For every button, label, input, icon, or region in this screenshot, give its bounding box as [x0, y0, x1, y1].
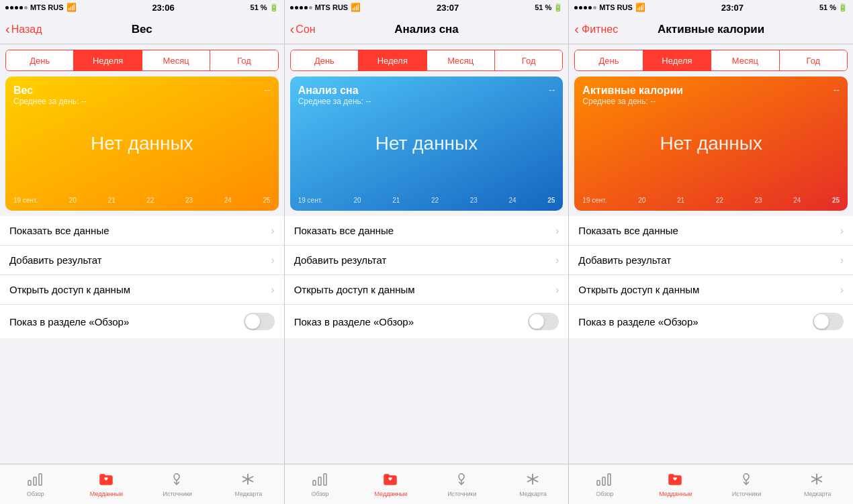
- chart-card: Активные калории Среднее за день: -- -- …: [574, 77, 848, 211]
- axis-label: 21: [392, 197, 400, 204]
- list-item[interactable]: Открыть доступ к данным›: [0, 275, 284, 305]
- segment-btn-день[interactable]: День: [6, 50, 74, 70]
- svg-rect-16: [608, 474, 611, 485]
- list-item[interactable]: Показать все данные›: [0, 216, 284, 246]
- segment-btn-неделя[interactable]: Неделя: [74, 50, 142, 70]
- tab-item-медкарта[interactable]: Медкарта: [498, 464, 569, 504]
- list-item-right: [244, 313, 275, 330]
- screen-2: MTS RUS 📶 23:07 51 % 🔋 ‹ Сон Анализ сна …: [285, 0, 570, 504]
- chart-no-data: Нет данных: [375, 133, 478, 154]
- download-heart-icon: [169, 471, 186, 489]
- segment-btn-месяц[interactable]: Месяц: [711, 50, 779, 70]
- nav-back-button[interactable]: ‹ Назад: [5, 23, 42, 36]
- list-item[interactable]: Добавить результат›: [285, 246, 569, 275]
- segment-btn-год[interactable]: Год: [780, 50, 847, 70]
- chevron-right-icon: ›: [555, 225, 559, 237]
- tab-item-медданные[interactable]: Медданные: [355, 464, 426, 504]
- chart-icon: [27, 471, 44, 489]
- nav-bar: ‹ Фитнес Активные калории: [569, 15, 853, 44]
- status-bar: MTS RUS 📶 23:07 51 % 🔋: [285, 0, 569, 15]
- segment-btn-год[interactable]: Год: [495, 50, 562, 70]
- download-heart-icon: [738, 471, 756, 489]
- list-item[interactable]: Показать все данные›: [569, 216, 853, 246]
- list-section: Показать все данные›Добавить результат›О…: [285, 216, 569, 338]
- tab-item-обзор[interactable]: Обзор: [569, 464, 640, 504]
- segment-btn-неделя[interactable]: Неделя: [643, 50, 711, 70]
- list-item[interactable]: Открыть доступ к данным›: [569, 275, 853, 305]
- nav-breadcrumb[interactable]: ‹ Фитнес: [574, 21, 618, 37]
- status-right: 51 % 🔋: [535, 3, 563, 12]
- segment-btn-день[interactable]: День: [575, 50, 643, 70]
- toggle-thumb: [814, 314, 829, 329]
- tab-label: Источники: [732, 491, 761, 497]
- list-item[interactable]: Открыть доступ к данным›: [285, 275, 569, 305]
- axis-label: 25: [832, 197, 840, 204]
- chart-icon: [596, 471, 613, 489]
- tab-item-медданные[interactable]: Медданные: [640, 464, 711, 504]
- list-item-text: Показать все данные: [9, 225, 109, 236]
- tab-item-медданные[interactable]: Медданные: [71, 464, 142, 504]
- toggle-thumb: [529, 314, 544, 329]
- svg-rect-0: [28, 481, 31, 485]
- svg-rect-8: [318, 477, 321, 485]
- time-label: 23:06: [152, 3, 174, 13]
- tab-label: Медданные: [659, 491, 692, 497]
- nav-back-label[interactable]: Фитнес: [582, 23, 618, 36]
- svg-rect-14: [597, 481, 600, 485]
- segment-btn-месяц[interactable]: Месяц: [142, 50, 210, 70]
- tab-label: Обзор: [27, 491, 44, 497]
- axis-label: 19 сент.: [582, 197, 607, 204]
- segment-btn-неделя[interactable]: Неделя: [359, 50, 426, 70]
- segment-btn-год[interactable]: Год: [210, 50, 277, 70]
- tab-label: Обзор: [596, 491, 613, 497]
- nav-back-label[interactable]: Сон: [296, 23, 315, 36]
- toggle-switch[interactable]: [528, 313, 559, 330]
- nav-title: Активные калории: [658, 23, 764, 36]
- list-item: Показ в разделе «Обзор»: [285, 305, 569, 338]
- segment-control[interactable]: ДеньНеделяМесяцГод: [290, 50, 564, 71]
- list-item-text: Показ в разделе «Обзор»: [294, 316, 414, 327]
- axis-label: 24: [508, 197, 516, 204]
- chart-no-data: Нет данных: [660, 133, 762, 154]
- tab-item-обзор[interactable]: Обзор: [0, 464, 71, 504]
- list-item[interactable]: Показать все данные›: [285, 216, 569, 246]
- segment-btn-день[interactable]: День: [291, 50, 359, 70]
- tab-item-источники[interactable]: Источники: [711, 464, 782, 504]
- screens-container: MTS RUS 📶 23:06 51 % 🔋 ‹ Назад Вес ДеньН…: [0, 0, 853, 504]
- tab-label: Медкарта: [235, 491, 263, 497]
- tab-item-источники[interactable]: Источники: [426, 464, 498, 504]
- tab-bar: Обзор Медданные Источники М: [285, 464, 569, 504]
- segment-btn-месяц[interactable]: Месяц: [427, 50, 495, 70]
- nav-back-label[interactable]: Назад: [11, 23, 42, 36]
- chevron-right-icon: ›: [840, 225, 844, 237]
- battery-label: 51 % 🔋: [251, 3, 279, 12]
- axis-label: 21: [677, 197, 684, 204]
- segment-control[interactable]: ДеньНеделяМесяцГод: [5, 50, 279, 71]
- status-left: MTS RUS 📶: [5, 3, 77, 12]
- time-label: 23:07: [721, 3, 744, 13]
- back-chevron-icon: ‹: [574, 21, 579, 37]
- status-left: MTS RUS 📶: [290, 3, 361, 12]
- chevron-right-icon: ›: [555, 254, 559, 266]
- toggle-switch[interactable]: [244, 313, 275, 330]
- list-item-right: [528, 313, 559, 330]
- chart-subtitle: Среднее за день: --: [582, 97, 840, 106]
- axis-label: 22: [431, 197, 439, 204]
- axis-label: 24: [224, 197, 232, 204]
- tab-item-обзор[interactable]: Обзор: [285, 464, 356, 504]
- carrier-label: MTS RUS: [30, 3, 64, 11]
- back-chevron-icon: ‹: [290, 22, 295, 36]
- tab-label: Обзор: [312, 491, 329, 497]
- chart-no-data: Нет данных: [91, 133, 193, 154]
- tab-item-медкарта[interactable]: Медкарта: [782, 464, 853, 504]
- list-item[interactable]: Добавить результат›: [0, 246, 284, 275]
- nav-back-button[interactable]: ‹ Сон: [290, 23, 316, 36]
- svg-rect-9: [324, 474, 326, 485]
- segment-control[interactable]: ДеньНеделяМесяцГод: [574, 50, 848, 71]
- toggle-switch[interactable]: [813, 313, 844, 330]
- list-item[interactable]: Добавить результат›: [569, 246, 853, 275]
- tab-item-источники[interactable]: Источники: [142, 464, 213, 504]
- tab-label: Источники: [447, 491, 476, 497]
- tab-item-медкарта[interactable]: Медкарта: [213, 464, 284, 504]
- status-right: 51 % 🔋: [251, 3, 279, 12]
